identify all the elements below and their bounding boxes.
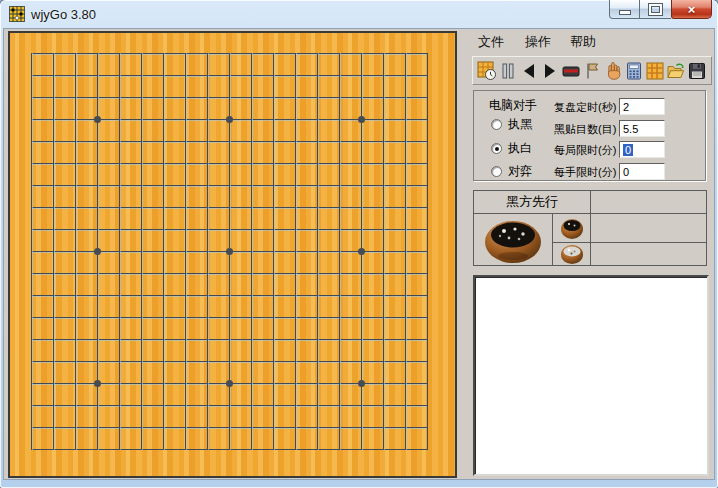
star-point	[358, 248, 365, 255]
resign-button[interactable]	[582, 60, 602, 82]
radio-icon	[491, 119, 502, 130]
field-label-replay-timer: 复盘定时(秒)	[554, 100, 616, 115]
save-floppy-icon	[687, 61, 707, 81]
black-stones-bowl-small-icon	[559, 216, 585, 241]
step-forward-button[interactable]	[540, 60, 560, 82]
title-bar[interactable]: wjyGo 3.80 ×	[0, 0, 718, 29]
calculator-icon	[624, 61, 644, 81]
step-forward-icon	[540, 61, 560, 81]
star-point	[226, 116, 233, 123]
pause-button[interactable]	[498, 60, 518, 82]
window-controls: ×	[609, 0, 712, 19]
save-button[interactable]	[687, 60, 707, 82]
step-back-icon	[519, 61, 539, 81]
white-bowl-cell	[553, 243, 591, 265]
stop-icon	[561, 61, 581, 81]
radio-match[interactable]: 对弈	[491, 164, 532, 178]
black-bowl-cell	[553, 214, 591, 243]
app-icon	[9, 6, 25, 22]
field-label-game-time: 每局限时(分)	[554, 143, 616, 158]
minimize-button[interactable]	[609, 0, 640, 19]
pause-icon	[498, 61, 518, 81]
star-point	[226, 248, 233, 255]
white-stones-bowl-small-icon	[559, 243, 585, 265]
game-time-limit-input[interactable]: 0	[619, 141, 665, 158]
field-label-move-time: 每手限时(分)	[554, 165, 616, 180]
count-score-button[interactable]	[624, 60, 644, 82]
star-point	[94, 248, 101, 255]
field-label-komi: 黑贴目数(目)	[554, 122, 616, 137]
star-point	[358, 380, 365, 387]
board-grid	[31, 53, 428, 450]
radio-play-white[interactable]: 执白	[491, 141, 532, 155]
menu-operation[interactable]: 操作	[525, 33, 551, 51]
client-area: 文件 操作 帮助	[4, 29, 714, 479]
new-board-button[interactable]	[645, 60, 665, 82]
toolbar	[472, 56, 712, 85]
star-point	[94, 116, 101, 123]
app-window: wjyGo 3.80 × 文件 操作 帮	[0, 0, 718, 488]
stop-button[interactable]	[561, 60, 581, 82]
board-clock-icon	[477, 61, 497, 81]
status-table: 黑方先行	[473, 190, 707, 266]
hand-icon	[603, 61, 623, 81]
header-empty-cell	[591, 191, 706, 214]
komi-input[interactable]: 5.5	[619, 120, 665, 137]
groupbox-title: 电脑对手	[489, 97, 537, 114]
flag-icon	[582, 61, 602, 81]
move-list[interactable]	[473, 275, 709, 476]
star-point	[94, 380, 101, 387]
replay-timer-input[interactable]: 2	[619, 98, 665, 115]
empty-cell	[591, 243, 706, 265]
hand-button[interactable]	[603, 60, 623, 82]
radio-play-black[interactable]: 执黑	[491, 117, 532, 131]
black-stones-bowl-large-icon	[480, 215, 546, 265]
radio-icon	[491, 166, 502, 177]
minimize-icon	[620, 11, 630, 14]
step-back-button[interactable]	[519, 60, 539, 82]
star-point	[226, 380, 233, 387]
new-game-button[interactable]	[477, 60, 497, 82]
close-icon: ×	[688, 1, 696, 18]
radio-icon	[491, 143, 502, 154]
open-folder-icon	[666, 61, 686, 81]
close-button[interactable]: ×	[671, 0, 712, 19]
menu-file[interactable]: 文件	[478, 33, 504, 51]
move-time-limit-input[interactable]: 0	[619, 163, 665, 180]
empty-cell	[591, 214, 706, 243]
computer-opponent-groupbox: 电脑对手 执黑 执白 对弈 复盘定时(秒) 2 黑贴目数(目) 5.5 每局限时…	[473, 90, 706, 181]
turn-indicator: 黑方先行	[474, 191, 591, 214]
maximize-icon	[649, 4, 662, 15]
star-point	[358, 116, 365, 123]
window-title: wjyGo 3.80	[31, 7, 96, 22]
big-bowl-cell	[474, 214, 553, 265]
board-grid-icon	[645, 61, 665, 81]
go-board[interactable]	[8, 31, 457, 478]
maximize-button[interactable]	[640, 0, 671, 19]
open-file-button[interactable]	[666, 60, 686, 82]
menu-help[interactable]: 帮助	[570, 33, 596, 51]
